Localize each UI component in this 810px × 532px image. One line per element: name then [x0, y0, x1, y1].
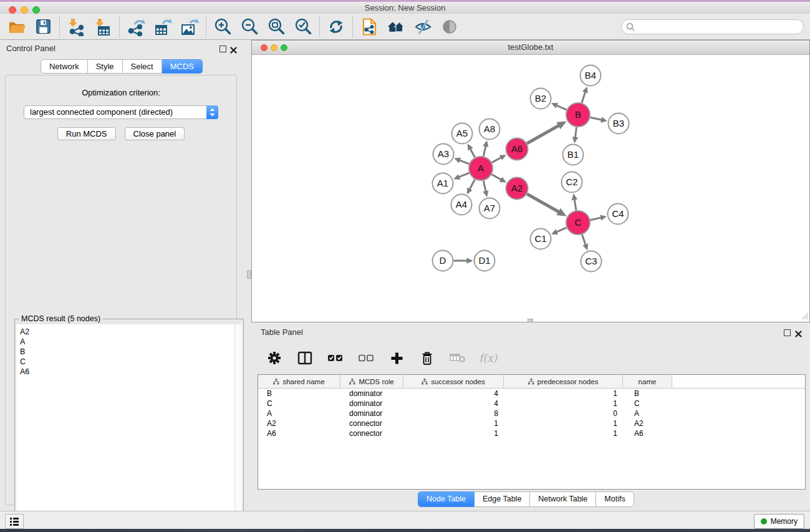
graph-node-A[interactable]: A — [469, 157, 493, 180]
table-row[interactable]: A6 connector 1 1 A6 — [258, 428, 805, 438]
cell-successor-nodes[interactable]: 4 — [403, 399, 504, 409]
export-network-icon[interactable] — [127, 17, 145, 36]
hide-details-eye-icon[interactable] — [413, 17, 432, 36]
graph-node-D[interactable]: D — [433, 251, 453, 271]
zoom-in-icon[interactable] — [213, 17, 232, 36]
cell-shared-name[interactable]: C — [258, 399, 340, 409]
graph-node-A8[interactable]: A8 — [480, 119, 500, 140]
cell-name[interactable]: A6 — [623, 428, 672, 438]
tab-select[interactable]: Select — [123, 59, 162, 74]
list-item[interactable]: A2 — [16, 327, 242, 337]
graph-edge-D-D1[interactable] — [454, 258, 473, 264]
tab-style[interactable]: Style — [88, 59, 123, 74]
cell-successor-nodes[interactable]: 8 — [403, 409, 504, 418]
table-row[interactable]: A2 connector 1 1 A2 — [258, 418, 805, 428]
graph-edge-A-A4[interactable] — [467, 180, 475, 195]
cell-predecessor-nodes[interactable]: 1 — [504, 418, 623, 428]
network-graph[interactable]: ABCA2A6A1A3A4A5A7A8B1B2B3B4C1C2C3C4DD1 — [252, 55, 809, 322]
cell-shared-name[interactable]: B — [258, 389, 340, 399]
float-panel-icon[interactable] — [784, 329, 791, 336]
graph-edge-B-B4[interactable] — [582, 87, 588, 103]
add-column-icon[interactable] — [387, 349, 406, 367]
cell-mcds-role[interactable]: connector — [340, 428, 403, 438]
column-header-successor-nodes[interactable]: successor nodes — [403, 375, 504, 388]
graph-node-B1[interactable]: B1 — [563, 145, 584, 165]
cell-mcds-role[interactable]: dominator — [340, 409, 403, 418]
search-input[interactable] — [621, 19, 804, 34]
graph-node-A4[interactable]: A4 — [451, 195, 472, 215]
close-panel-icon[interactable] — [230, 45, 237, 56]
cell-mcds-role[interactable]: dominator — [340, 399, 403, 409]
table-row[interactable]: B dominator 4 1 B — [258, 389, 805, 399]
graph-node-D1[interactable]: D1 — [475, 251, 495, 271]
export-image-icon[interactable] — [180, 17, 199, 36]
delete-column-icon[interactable] — [418, 349, 436, 367]
cell-successor-nodes[interactable]: 4 — [403, 389, 504, 399]
mcds-result-list[interactable]: A2 A B C A6 — [16, 324, 242, 532]
graph-edge-C-C2[interactable] — [572, 193, 577, 210]
graph-node-C3[interactable]: C3 — [581, 251, 602, 272]
graph-node-A1[interactable]: A1 — [433, 173, 453, 194]
graph-edge-A-A6[interactable] — [492, 155, 506, 162]
graph-edge-A-A2[interactable] — [492, 175, 506, 183]
function-builder-icon[interactable]: f(x) — [479, 352, 497, 364]
tab-network[interactable]: Network — [41, 59, 88, 74]
cell-name[interactable]: C — [623, 399, 672, 409]
table-row[interactable]: A dominator 8 0 A — [258, 409, 805, 418]
zoom-out-icon[interactable] — [240, 17, 259, 36]
cell-predecessor-nodes[interactable]: 1 — [504, 399, 623, 409]
graph-edge-A-A1[interactable] — [453, 173, 469, 180]
cell-predecessor-nodes[interactable]: 1 — [504, 428, 623, 438]
graph-edge-B-B1[interactable] — [572, 127, 578, 143]
cell-predecessor-nodes[interactable]: 1 — [504, 389, 623, 399]
cell-name[interactable]: A — [623, 409, 672, 418]
graph-edge-A6-B[interactable] — [527, 121, 567, 143]
save-session-icon[interactable] — [34, 17, 52, 36]
cell-successor-nodes[interactable]: 1 — [403, 418, 504, 428]
export-table-icon[interactable] — [153, 17, 172, 36]
graph-edge-A-A3[interactable] — [454, 158, 469, 164]
graph-node-A5[interactable]: A5 — [452, 123, 473, 144]
list-item[interactable]: A — [16, 337, 242, 347]
scrollbar-track[interactable] — [234, 324, 242, 532]
close-panel-icon[interactable] — [795, 329, 802, 340]
network-canvas[interactable]: ABCA2A6A1A3A4A5A7A8B1B2B3B4C1C2C3C4DD1 — [252, 55, 809, 323]
network-file-icon[interactable] — [360, 17, 378, 36]
vertical-scrollbar-thumb[interactable] — [247, 270, 251, 279]
settings-gear-icon[interactable] — [265, 349, 284, 367]
window-titlebar[interactable]: Session: New Session — [0, 2, 810, 14]
tab-motifs[interactable]: Motifs — [596, 491, 634, 507]
home-icon[interactable] — [387, 17, 405, 36]
select-all-icon[interactable] — [326, 349, 345, 367]
list-item[interactable]: C — [16, 357, 242, 367]
graph-node-C4[interactable]: C4 — [608, 204, 629, 225]
column-layout-icon[interactable] — [296, 349, 314, 367]
import-table-icon[interactable] — [94, 17, 112, 36]
graph-edge-A-A7[interactable] — [483, 181, 488, 197]
graph-node-B2[interactable]: B2 — [531, 89, 551, 109]
optimization-criterion-select[interactable]: largest connected component (directed) — [24, 105, 218, 119]
graph-node-A7[interactable]: A7 — [480, 198, 500, 219]
cell-predecessor-nodes[interactable]: 0 — [504, 409, 623, 418]
column-header-mcds-role[interactable]: MCDS role — [340, 375, 403, 388]
zoom-fit-icon[interactable] — [267, 17, 286, 36]
task-history-button[interactable] — [5, 514, 24, 529]
close-panel-button[interactable]: Close panel — [125, 127, 185, 140]
cell-name[interactable]: A2 — [623, 418, 672, 428]
cell-name[interactable]: B — [623, 389, 672, 399]
resize-grip-icon[interactable] — [800, 311, 809, 322]
graph-edge-B-B2[interactable] — [551, 103, 567, 110]
run-mcds-button[interactable]: Run MCDS — [57, 127, 116, 140]
cell-mcds-role[interactable]: dominator — [340, 389, 403, 399]
graph-node-A3[interactable]: A3 — [433, 144, 454, 165]
graph-node-A6[interactable]: A6 — [506, 138, 528, 160]
graph-node-C[interactable]: C — [566, 211, 590, 235]
column-header-shared-name[interactable]: shared name — [258, 375, 340, 388]
cell-shared-name[interactable]: A2 — [258, 418, 340, 428]
show-details-eye-icon[interactable] — [440, 17, 459, 36]
graph-node-C1[interactable]: C1 — [531, 229, 551, 249]
graph-edge-A-A5[interactable] — [468, 143, 475, 157]
graph-node-B4[interactable]: B4 — [581, 65, 601, 86]
float-panel-icon[interactable] — [219, 46, 226, 52]
column-header-predecessor-nodes[interactable]: predecessor nodes — [504, 375, 623, 388]
